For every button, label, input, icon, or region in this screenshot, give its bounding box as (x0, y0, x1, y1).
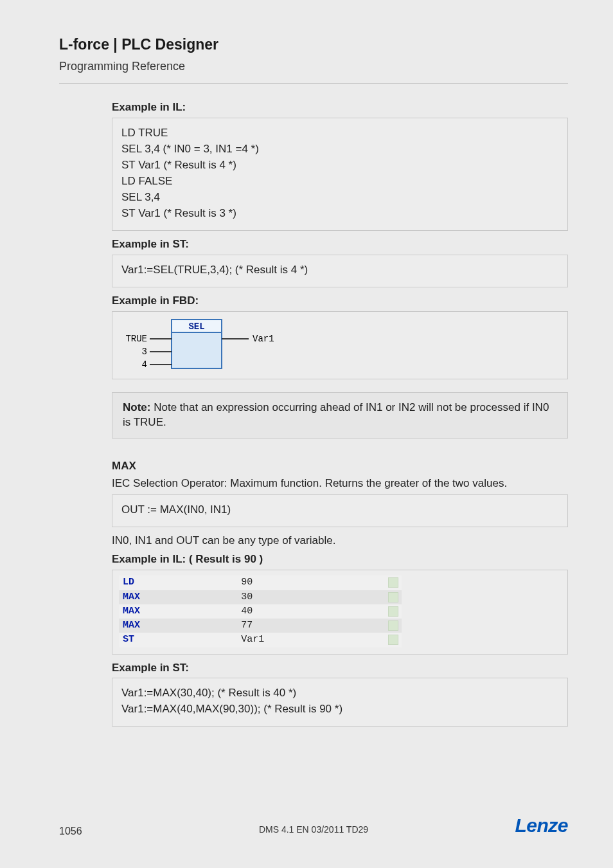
code-line: SEL 3,4 (121, 190, 558, 205)
max-heading: MAX (112, 459, 568, 474)
code-line: Var1:=SEL(TRUE,3,4); (* Result is 4 *) (121, 263, 558, 278)
code-line: Var1:=MAX(40,MAX(90,30)); (* Result is 9… (121, 702, 558, 717)
sel-st-label: Example in ST: (112, 237, 568, 252)
doc-title: L-force | PLC Designer (59, 35, 568, 55)
max-il-table-box: LD 90 MAX 30 MAX 40 MAX 77 (112, 570, 568, 654)
sel-il-label: Example in IL: (112, 100, 568, 115)
code-line: LD FALSE (121, 174, 558, 189)
code-line: Var1:=MAX(30,40); (* Result is 40 *) (121, 686, 558, 701)
code-line: LD TRUE (121, 126, 558, 141)
max-st-label: Example in ST: (112, 661, 568, 676)
code-line: ST Var1 (* Result is 4 *) (121, 158, 558, 173)
note-lead: Note: (123, 401, 150, 413)
table-row: MAX 40 (119, 604, 402, 619)
fbd-in1: 3 (142, 347, 147, 357)
fbd-diagram: SEL TRUE 3 4 Var1 (116, 318, 296, 374)
il-op: MAX (119, 590, 237, 604)
max-types: IN0, IN1 and OUT can be any type of vari… (112, 534, 568, 548)
il-op: ST (119, 633, 237, 647)
lenze-logo: Lenze (515, 813, 568, 839)
il-arg: 30 (237, 590, 385, 604)
fbd-block-name: SEL (188, 321, 204, 332)
note-body: Note that an expression occurring ahead … (123, 401, 549, 428)
fbd-in2: 4 (142, 359, 147, 370)
max-st-box: Var1:=MAX(30,40); (* Result is 40 *) Var… (112, 678, 568, 727)
max-signature-box: OUT := MAX(IN0, IN1) (112, 494, 568, 527)
max-il-label: Example in IL: ( Result is 90 ) (112, 552, 568, 567)
content-column: Example in IL: LD TRUE SEL 3,4 (* IN0 = … (59, 100, 568, 727)
sel-il-box: LD TRUE SEL 3,4 (* IN0 = 3, IN1 =4 *) ST… (112, 118, 568, 231)
il-arg: Var1 (237, 633, 385, 647)
table-row: ST Var1 (119, 633, 402, 647)
note-box: Note: Note that an expression occurring … (112, 392, 568, 439)
max-description: IEC Selection Operator: Maximum function… (112, 476, 568, 491)
code-line: ST Var1 (* Result is 3 *) (121, 206, 558, 221)
table-row: MAX 77 (119, 619, 402, 633)
page: L-force | PLC Designer Programming Refer… (0, 0, 613, 868)
il-arg: 40 (237, 604, 385, 619)
il-marker (386, 575, 402, 590)
il-arg: 90 (237, 575, 385, 590)
sel-st-box: Var1:=SEL(TRUE,3,4); (* Result is 4 *) (112, 255, 568, 287)
table-row: MAX 30 (119, 590, 402, 604)
sel-fbd-label: Example in FBD: (112, 294, 568, 309)
doc-subtitle: Programming Reference (59, 59, 568, 74)
footer-doc-id: DMS 4.1 EN 03/2011 TD29 (259, 824, 368, 836)
il-marker (386, 604, 402, 619)
il-op: MAX (119, 619, 237, 633)
il-op: MAX (119, 604, 237, 619)
il-marker (386, 590, 402, 604)
fbd-in0: TRUE (125, 334, 147, 344)
fbd-out: Var1 (253, 334, 274, 344)
table-row: LD 90 (119, 575, 402, 590)
code-line: OUT := MAX(IN0, IN1) (121, 503, 558, 518)
il-marker (386, 633, 402, 647)
il-table: LD 90 MAX 30 MAX 40 MAX 77 (119, 575, 402, 647)
code-line: SEL 3,4 (* IN0 = 3, IN1 =4 *) (121, 142, 558, 157)
footer: 1056 DMS 4.1 EN 03/2011 TD29 Lenze (59, 813, 568, 839)
sel-fbd-box: SEL TRUE 3 4 Var1 (112, 311, 568, 379)
header-rule (59, 83, 568, 84)
svg-rect-0 (172, 331, 222, 368)
il-arg: 77 (237, 619, 385, 633)
page-number: 1056 (59, 824, 82, 838)
il-marker (386, 619, 402, 633)
il-op: LD (119, 575, 237, 590)
